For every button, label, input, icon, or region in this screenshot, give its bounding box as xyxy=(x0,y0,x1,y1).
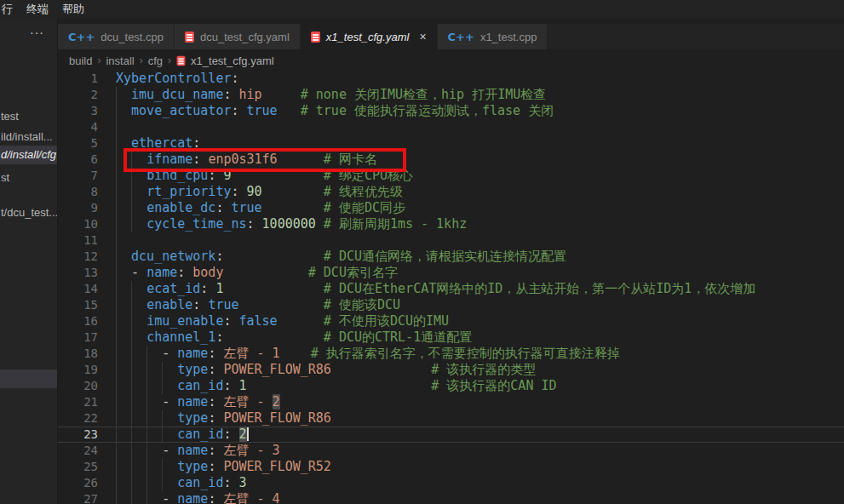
breadcrumb-item[interactable]: cfg xyxy=(148,54,163,67)
code-line[interactable]: 19 type: POWER_FLOW_R86 # 该执行器的类型 xyxy=(58,362,844,378)
line-number[interactable]: 21 xyxy=(58,394,116,410)
line-number[interactable]: 12 xyxy=(58,249,116,265)
code-line[interactable]: 23 can_id: 2 xyxy=(58,427,844,443)
code-line-text[interactable]: cycle_time_ns: 1000000 # 刷新周期1ms - 1khz xyxy=(116,216,844,232)
line-number[interactable]: 17 xyxy=(58,329,116,346)
code-line[interactable]: 9 enable_dc: true # 使能DC同步 xyxy=(58,200,844,216)
line-number[interactable]: 19 xyxy=(58,362,116,378)
close-icon[interactable]: × xyxy=(419,30,426,43)
line-number[interactable]: 6 xyxy=(58,152,116,168)
code-line[interactable]: 15 enable: true # 使能该DCU xyxy=(58,297,844,313)
code-line[interactable]: 11 xyxy=(58,232,844,249)
code-line-text[interactable]: - name: 左臂 - 3 xyxy=(116,443,844,459)
code-line-text[interactable]: move_actuator: true # true 使能执行器运动测试，fla… xyxy=(116,103,844,119)
code-line[interactable]: 7 bind_cpu: 9 # 绑定CPU核心 xyxy=(58,168,844,184)
code-line[interactable]: 20 can_id: 1 # 该执行器的CAN ID xyxy=(58,378,844,394)
code-line-text[interactable]: type: POWER_FLOW_R86 # 该执行器的类型 xyxy=(116,362,844,378)
code-line-text[interactable]: enable: true # 使能该DCU xyxy=(116,297,844,313)
code-line-text[interactable]: enable_dc: true # 使能DC同步 xyxy=(116,200,844,216)
code-line[interactable]: 17 channel_1: # DCU的CTRL-1通道配置 xyxy=(58,329,844,346)
code-line[interactable]: 8 rt_priority: 90 # 线程优先级 xyxy=(58,184,844,200)
breadcrumb-file[interactable]: x1_test_cfg.yaml xyxy=(191,54,274,67)
code-line[interactable]: 2 imu_dcu_name: hip # none 关闭IMU检查，hip 打… xyxy=(58,87,844,103)
explorer-item[interactable]: ild/install... xyxy=(0,128,57,146)
code-line-text[interactable]: imu_enable: false # 不使用该DCU的IMU xyxy=(116,313,844,329)
code-line[interactable]: 25 type: POWER_FLOW_R52 xyxy=(58,459,844,475)
menu-item-0[interactable]: 行 xyxy=(0,0,20,19)
code-line-text[interactable]: - name: 左臂 - 4 xyxy=(116,491,844,504)
line-number[interactable]: 26 xyxy=(58,475,116,491)
explorer-item[interactable]: st xyxy=(0,169,57,187)
line-number[interactable]: 25 xyxy=(58,459,116,475)
code-line[interactable]: 6 ifname: enp0s31f6 # 网卡名 xyxy=(58,152,844,168)
code-line-text[interactable]: ethercat: xyxy=(116,135,844,152)
more-actions-button[interactable]: ··· xyxy=(0,26,57,49)
code-line[interactable]: 18 - name: 左臂 - 1 # 执行器索引名字，不需要控制的执行器可直接… xyxy=(58,346,844,362)
code-line-text[interactable]: can_id: 1 # 该执行器的CAN ID xyxy=(116,378,844,394)
code-line[interactable]: 10 cycle_time_ns: 1000000 # 刷新周期1ms - 1k… xyxy=(58,216,844,232)
code-line-text[interactable]: bind_cpu: 9 # 绑定CPU核心 xyxy=(116,168,844,184)
line-number[interactable]: 7 xyxy=(58,168,116,184)
explorer-item[interactable]: test xyxy=(0,107,57,126)
line-number[interactable]: 16 xyxy=(58,313,116,329)
line-number[interactable]: 9 xyxy=(58,200,116,216)
code-line[interactable]: 12 dcu_network: # DCU通信网络，请根据实机连接情况配置 xyxy=(58,249,844,265)
code-line-text[interactable]: - name: 左臂 - 2 xyxy=(116,394,844,410)
line-number[interactable]: 24 xyxy=(58,443,116,459)
code-line-text[interactable]: XyberController: xyxy=(116,71,844,87)
breadcrumb-item[interactable]: install xyxy=(106,54,134,67)
code-line-text[interactable]: can_id: 2 xyxy=(116,427,844,443)
code-line[interactable]: 21 - name: 左臂 - 2 xyxy=(58,394,844,410)
tab-x1_test_cfg_yaml[interactable]: x1_test_cfg.yaml× xyxy=(301,24,438,49)
line-number[interactable]: 15 xyxy=(58,297,116,313)
code-line[interactable]: 27 - name: 左臂 - 4 xyxy=(58,491,844,504)
code-line-text[interactable]: rt_priority: 90 # 线程优先级 xyxy=(116,184,844,200)
code-line-text[interactable]: can_id: 3 xyxy=(116,475,844,491)
code-line-text[interactable]: type: POWER_FLOW_R86 xyxy=(116,410,844,427)
code-editor[interactable]: 1XyberController:2 imu_dcu_name: hip # n… xyxy=(58,71,844,504)
code-line-text[interactable] xyxy=(116,119,844,135)
code-line-text[interactable]: type: POWER_FLOW_R52 xyxy=(116,459,844,475)
line-number[interactable]: 10 xyxy=(58,216,116,232)
code-line-text[interactable]: imu_dcu_name: hip # none 关闭IMU检查，hip 打开I… xyxy=(116,87,844,103)
line-number[interactable]: 13 xyxy=(58,265,116,281)
code-line[interactable]: 5 ethercat: xyxy=(58,135,844,152)
explorer-item[interactable]: d/install/cfg xyxy=(0,146,57,164)
code-line[interactable]: 22 type: POWER_FLOW_R86 xyxy=(58,410,844,427)
line-number[interactable]: 18 xyxy=(58,346,116,362)
line-number[interactable]: 22 xyxy=(58,410,116,427)
line-number[interactable]: 4 xyxy=(58,119,116,135)
line-number[interactable]: 5 xyxy=(58,135,116,152)
tab-dcu_test_cfg_yaml[interactable]: dcu_test_cfg.yaml xyxy=(175,24,301,49)
code-line-text[interactable]: - name: 左臂 - 1 # 执行器索引名字，不需要控制的执行器可直接注释掉 xyxy=(116,346,844,362)
line-number[interactable]: 3 xyxy=(58,103,116,119)
line-number[interactable]: 20 xyxy=(58,378,116,394)
line-number[interactable]: 14 xyxy=(58,281,116,297)
code-line[interactable]: 3 move_actuator: true # true 使能执行器运动测试，f… xyxy=(58,103,844,119)
breadcrumb-item[interactable]: build xyxy=(69,54,92,67)
tab-x1_test_cpp[interactable]: C++x1_test.cpp xyxy=(438,24,548,49)
code-line-text[interactable]: ifname: enp0s31f6 # 网卡名 xyxy=(116,152,844,168)
line-number[interactable]: 2 xyxy=(58,87,116,103)
menu-item-2[interactable]: 帮助 xyxy=(55,0,91,19)
line-number[interactable]: 11 xyxy=(58,232,116,249)
explorer-item[interactable]: t/dcu_test... xyxy=(0,203,57,222)
code-line-text[interactable]: dcu_network: # DCU通信网络，请根据实机连接情况配置 xyxy=(116,249,844,265)
line-number[interactable]: 1 xyxy=(58,71,116,87)
code-line[interactable]: 4 xyxy=(58,119,844,135)
code-line-text[interactable] xyxy=(116,232,844,249)
line-number[interactable]: 23 xyxy=(58,427,116,443)
code-line-text[interactable]: - name: body # DCU索引名字 xyxy=(116,265,844,281)
line-number[interactable]: 27 xyxy=(58,491,116,504)
code-line-text[interactable]: ecat_id: 1 # DCU在EtherCAT网络中的ID，从主站开始，第一… xyxy=(116,281,844,297)
tab-dcu_test_cpp[interactable]: C++dcu_test.cpp xyxy=(58,24,175,49)
code-line[interactable]: 16 imu_enable: false # 不使用该DCU的IMU xyxy=(58,313,844,329)
code-line[interactable]: 13 - name: body # DCU索引名字 xyxy=(58,265,844,281)
code-line[interactable]: 14 ecat_id: 1 # DCU在EtherCAT网络中的ID，从主站开始… xyxy=(58,281,844,297)
code-line[interactable]: 24 - name: 左臂 - 3 xyxy=(58,443,844,459)
code-line-text[interactable]: channel_1: # DCU的CTRL-1通道配置 xyxy=(116,329,844,346)
menu-item-1[interactable]: 终端 xyxy=(20,0,55,19)
explorer-item[interactable] xyxy=(0,369,57,388)
code-line[interactable]: 26 can_id: 3 xyxy=(58,475,844,491)
code-line[interactable]: 1XyberController: xyxy=(58,71,844,87)
